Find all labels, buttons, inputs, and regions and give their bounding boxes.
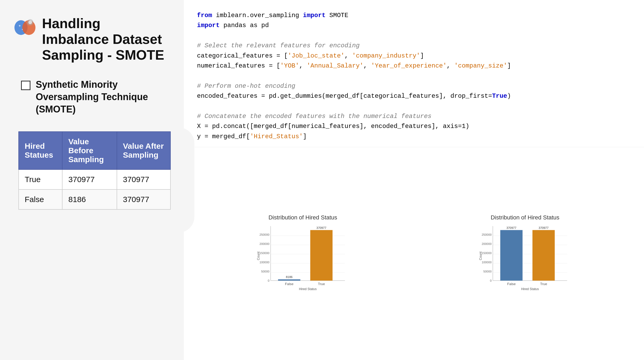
svg-text:50000: 50000 — [261, 270, 269, 273]
svg-point-3 — [28, 20, 32, 24]
svg-rect-19 — [278, 279, 300, 281]
svg-text:370977: 370977 — [539, 226, 549, 229]
col-header-1: Hired Statues — [19, 132, 62, 169]
code-line — [197, 101, 631, 111]
chart-before-svg: 0 50000 100000 150000 200000 250000 8186… — [197, 224, 409, 293]
chart-after: Distribution of Hired Status 0 50000 100… — [419, 214, 631, 293]
svg-text:50000: 50000 — [483, 270, 491, 273]
svg-text:False: False — [507, 282, 516, 286]
charts-section: Distribution of Hired Status 0 50000 100… — [184, 147, 644, 360]
table-cell: 8186 — [62, 189, 117, 209]
left-panel: Handling Imbalance Dataset Sampling - SM… — [0, 0, 184, 360]
table-row: False8186370977 — [19, 189, 170, 209]
svg-text:100000: 100000 — [482, 261, 492, 264]
svg-rect-42 — [532, 230, 555, 281]
code-line — [197, 142, 631, 147]
bullet-section: Synthetic Minority Oversampling Techniqu… — [13, 79, 171, 115]
code-line: # Concatenate the encoded features with … — [197, 111, 631, 121]
table-cell: 370977 — [117, 169, 170, 189]
svg-rect-21 — [310, 230, 333, 281]
svg-text:True: True — [318, 282, 325, 286]
svg-text:370977: 370977 — [506, 226, 516, 229]
svg-text:250000: 250000 — [259, 233, 269, 236]
svg-text:True: True — [540, 282, 547, 286]
logo-icon — [13, 16, 37, 39]
code-line: numerical_features = ['YOB', 'Annual_Sal… — [197, 61, 631, 71]
chart-after-title: Distribution of Hired Status — [491, 214, 559, 221]
col-header-2: Value Before Sampling — [62, 132, 117, 169]
svg-text:200000: 200000 — [482, 242, 492, 245]
data-table: Hired Statues Value Before Sampling Valu… — [18, 131, 171, 210]
bullet-text: Synthetic Minority Oversampling Techniqu… — [36, 79, 171, 115]
table-header-row: Hired Statues Value Before Sampling Valu… — [19, 132, 170, 169]
code-line: import pandas as pd — [197, 20, 631, 30]
page-title: Handling Imbalance Dataset Sampling - SM… — [42, 16, 171, 63]
right-panel: from imblearn.over_sampling import SMOTE… — [184, 0, 644, 360]
code-line: encoded_features = pd.get_dummies(merged… — [197, 91, 631, 101]
code-line: categorical_features = ['Job_loc_state',… — [197, 51, 631, 61]
svg-rect-40 — [500, 230, 523, 281]
code-line: # Perform one-hot encoding — [197, 81, 631, 91]
svg-text:Hired Status: Hired Status — [299, 287, 316, 291]
code-section: from imblearn.over_sampling import SMOTE… — [184, 0, 644, 147]
chart-before: Distribution of Hired Status 0 50000 100… — [197, 214, 409, 293]
chart-after-svg: 0 50000 100000 150000 200000 250000 3709… — [419, 224, 631, 293]
svg-text:8186: 8186 — [286, 275, 293, 279]
code-line: # Select the relevant features for encod… — [197, 41, 631, 51]
svg-text:150000: 150000 — [482, 251, 492, 255]
svg-text:150000: 150000 — [259, 251, 269, 255]
checkbox-icon — [21, 81, 30, 90]
svg-text:250000: 250000 — [482, 233, 492, 236]
code-line: X = pd.concat([merged_df[numerical_featu… — [197, 121, 631, 131]
svg-text:370977: 370977 — [316, 226, 326, 229]
svg-text:Count: Count — [479, 251, 482, 260]
code-line: from imblearn.over_sampling import SMOTE — [197, 11, 631, 20]
svg-text:0: 0 — [268, 279, 269, 282]
table-cell: 370977 — [117, 189, 170, 209]
chart-before-title: Distribution of Hired Status — [268, 214, 337, 221]
svg-text:100000: 100000 — [259, 261, 269, 264]
svg-point-4 — [19, 25, 20, 27]
table-row: True370977370977 — [19, 169, 170, 189]
code-line — [197, 71, 631, 81]
table-cell: 370977 — [62, 169, 117, 189]
svg-text:200000: 200000 — [259, 242, 269, 245]
svg-text:False: False — [285, 282, 293, 286]
svg-text:0: 0 — [490, 279, 491, 282]
svg-point-5 — [22, 29, 23, 30]
svg-text:Hired Status: Hired Status — [521, 287, 539, 291]
table-cell: False — [19, 189, 62, 209]
code-line: y = merged_df['Hired_Status'] — [197, 132, 631, 142]
col-header-3: Value After Sampling — [117, 132, 170, 169]
code-line — [197, 31, 631, 41]
header: Handling Imbalance Dataset Sampling - SM… — [13, 16, 171, 63]
svg-text:Count: Count — [257, 251, 260, 260]
table-cell: True — [19, 169, 62, 189]
